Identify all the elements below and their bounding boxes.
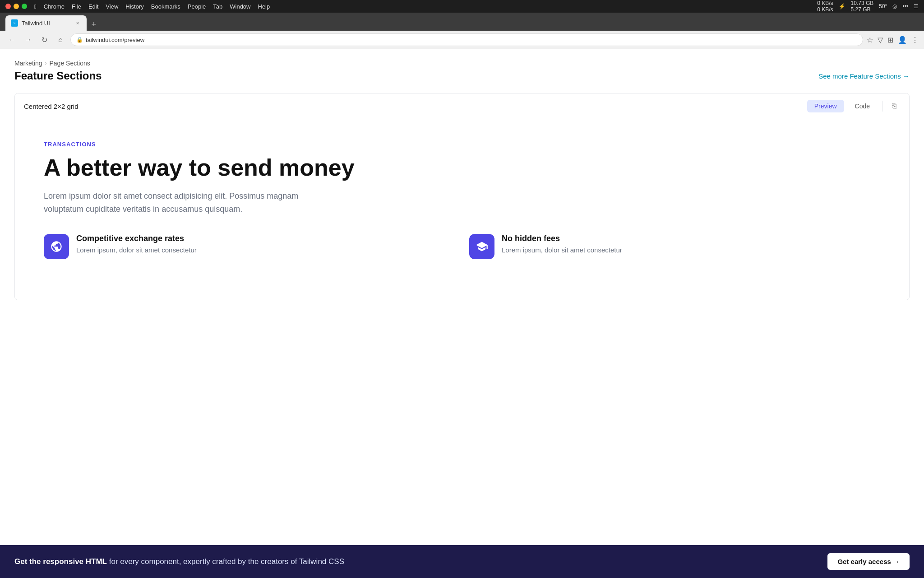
browser-tab[interactable]: ~ Tailwind UI × bbox=[5, 15, 87, 31]
network-stats: 0 KB/s0 KB/s bbox=[817, 0, 833, 13]
minimize-button[interactable] bbox=[14, 4, 19, 9]
profile-icon[interactable]: 👤 bbox=[898, 36, 907, 44]
menu-view[interactable]: View bbox=[106, 3, 118, 10]
breadcrumb-current: Page Sections bbox=[49, 60, 90, 67]
feature-content-1: Competitive exchange rates Lorem ipsum, … bbox=[76, 234, 197, 254]
feature-desc-1: Lorem ipsum, dolor sit amet consectetur bbox=[76, 246, 197, 254]
breadcrumb: Marketing › Page Sections bbox=[14, 60, 910, 67]
close-button[interactable] bbox=[5, 4, 11, 9]
titlebar-left:  Chrome File Edit View History Bookmark… bbox=[5, 3, 270, 10]
traffic-lights bbox=[5, 4, 27, 9]
banner-text: Get the responsive HTML for every compon… bbox=[14, 557, 344, 566]
breadcrumb-separator: › bbox=[45, 60, 46, 66]
address-bar: ← → ↻ ⌂ 🔒 tailwindui.com/preview ☆ ▽ ⊞ 👤… bbox=[0, 31, 924, 49]
preview-button[interactable]: Preview bbox=[807, 100, 844, 112]
storage-info: 10.73 GB5.27 GB bbox=[851, 0, 874, 13]
titlebar:  Chrome File Edit View History Bookmark… bbox=[0, 0, 924, 13]
feature-icon-globe bbox=[44, 234, 69, 259]
forward-button[interactable]: → bbox=[22, 33, 34, 46]
component-header: Centered 2×2 grid Preview Code ⎘ bbox=[15, 93, 909, 119]
tab-title: Tailwind UI bbox=[22, 20, 50, 27]
see-more-link[interactable]: See more Feature Sections → bbox=[818, 72, 910, 80]
page-title: Feature Sections bbox=[14, 70, 102, 82]
main-content: Marketing › Page Sections Feature Sectio… bbox=[0, 49, 924, 578]
component-actions: Preview Code ⎘ bbox=[807, 100, 900, 112]
bottom-banner: Get the responsive HTML for every compon… bbox=[0, 545, 924, 578]
url-bar[interactable]: 🔒 tailwindui.com/preview bbox=[70, 33, 863, 46]
reload-button[interactable]: ↻ bbox=[38, 33, 51, 46]
puzzle-icon[interactable]: ⊞ bbox=[887, 36, 893, 44]
globe-icon bbox=[50, 240, 63, 253]
menu-people[interactable]: People bbox=[188, 3, 206, 10]
section-label: TRANSACTIONS bbox=[44, 141, 880, 148]
extensions-icon[interactable]: ▽ bbox=[878, 36, 883, 44]
titlebar-right: 0 KB/s0 KB/s ⚡ 10.73 GB5.27 GB 50° ◎ •••… bbox=[817, 0, 919, 13]
titlebar-menu:  Chrome File Edit View History Bookmark… bbox=[34, 3, 270, 10]
menu-file[interactable]: File bbox=[72, 3, 81, 10]
apple-menu[interactable]:  bbox=[34, 3, 37, 10]
dots-icon: ••• bbox=[902, 3, 908, 9]
feature-item-1: Competitive exchange rates Lorem ipsum, … bbox=[44, 234, 455, 259]
section-heading: A better way to send money bbox=[44, 155, 880, 181]
feature-desc-2: Lorem ipsum, dolor sit amet consectetur bbox=[502, 246, 622, 254]
component-name: Centered 2×2 grid bbox=[24, 103, 807, 110]
favicon-text: ~ bbox=[13, 21, 15, 25]
address-bar-right: ☆ ▽ ⊞ 👤 ⋮ bbox=[867, 36, 919, 44]
page-header: Feature Sections See more Feature Sectio… bbox=[14, 70, 910, 82]
copy-button[interactable]: ⎘ bbox=[888, 100, 900, 112]
lock-icon: 🔒 bbox=[76, 37, 83, 43]
banner-bold-text: Get the responsive HTML bbox=[14, 557, 107, 566]
feature-title-1: Competitive exchange rates bbox=[76, 234, 197, 243]
preview-area: TRANSACTIONS A better way to send money … bbox=[15, 119, 909, 300]
divider bbox=[882, 101, 883, 112]
new-tab-button[interactable]: + bbox=[88, 18, 100, 31]
url-text: tailwindui.com/preview bbox=[86, 37, 144, 43]
component-card: Centered 2×2 grid Preview Code ⎘ TRANSAC… bbox=[14, 93, 910, 300]
code-button[interactable]: Code bbox=[848, 100, 877, 112]
breadcrumb-parent[interactable]: Marketing bbox=[14, 60, 42, 67]
menu-bookmarks[interactable]: Bookmarks bbox=[151, 3, 180, 10]
browser-chrome: ~ Tailwind UI × + ← → ↻ ⌂ 🔒 tailwindui.c… bbox=[0, 13, 924, 49]
menu-chrome[interactable]: Chrome bbox=[44, 3, 65, 10]
menu-window[interactable]: Window bbox=[230, 3, 250, 10]
temperature: 50° bbox=[879, 3, 887, 9]
menu-edit[interactable]: Edit bbox=[88, 3, 98, 10]
menu-history[interactable]: History bbox=[125, 3, 143, 10]
feature-title-2: No hidden fees bbox=[502, 234, 622, 243]
menu-icon[interactable]: ☰ bbox=[914, 3, 919, 9]
feature-icon-scale bbox=[469, 234, 494, 259]
home-button[interactable]: ⌂ bbox=[54, 33, 67, 46]
menu-help[interactable]: Help bbox=[258, 3, 270, 10]
cta-button[interactable]: Get early access → bbox=[827, 553, 910, 570]
feature-content-2: No hidden fees Lorem ipsum, dolor sit am… bbox=[502, 234, 622, 254]
tabs-bar: ~ Tailwind UI × + bbox=[0, 15, 924, 31]
section-description: Lorem ipsum dolor sit amet consect adipi… bbox=[44, 190, 314, 216]
back-button[interactable]: ← bbox=[5, 33, 18, 46]
scale-icon bbox=[476, 240, 488, 253]
maximize-button[interactable] bbox=[22, 4, 27, 9]
tab-close-button[interactable]: × bbox=[74, 19, 81, 27]
wifi-icon: ◎ bbox=[892, 3, 897, 9]
bookmark-icon[interactable]: ☆ bbox=[867, 36, 873, 44]
menu-tab[interactable]: Tab bbox=[213, 3, 222, 10]
battery-icon: ⚡ bbox=[839, 3, 845, 9]
more-icon[interactable]: ⋮ bbox=[911, 36, 919, 44]
banner-rest-text: for every component, expertly crafted by… bbox=[107, 557, 344, 566]
feature-item-2: No hidden fees Lorem ipsum, dolor sit am… bbox=[469, 234, 880, 259]
tab-favicon: ~ bbox=[11, 19, 18, 27]
features-grid: Competitive exchange rates Lorem ipsum, … bbox=[44, 234, 880, 259]
